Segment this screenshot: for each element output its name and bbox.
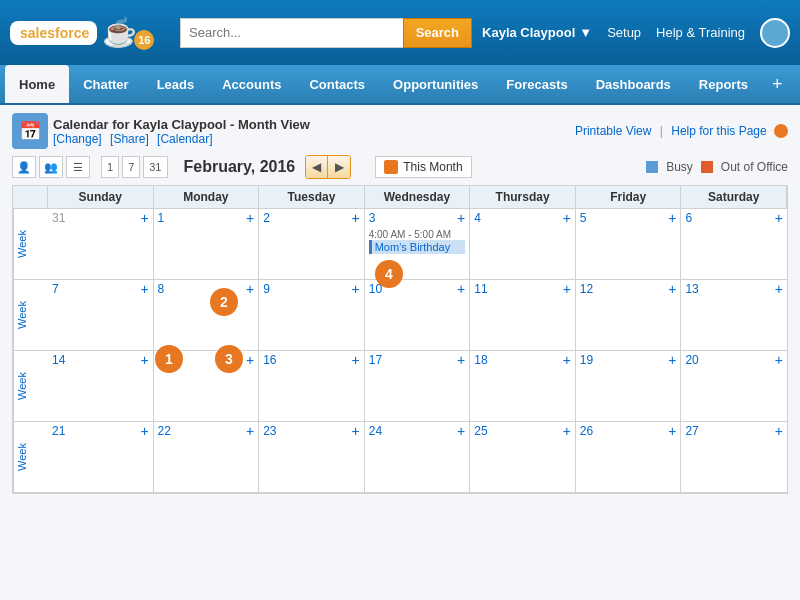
day-23[interactable]: 23 <box>263 424 276 438</box>
day-cell-27: + 27 <box>681 422 787 492</box>
month-view-button[interactable]: 31 <box>143 156 167 178</box>
day-6[interactable]: 6 <box>685 211 692 225</box>
week-label-1[interactable]: Week <box>13 209 48 279</box>
busy-legend-color <box>646 161 658 173</box>
help-page-link[interactable]: Help for this Page <box>671 124 766 138</box>
day-4[interactable]: 4 <box>474 211 481 225</box>
day-11[interactable]: 11 <box>474 282 487 296</box>
search-input[interactable] <box>180 18 403 48</box>
day-18[interactable]: 18 <box>474 353 487 367</box>
view-people-button[interactable]: 👥 <box>39 156 63 178</box>
search-area: Search <box>180 18 472 48</box>
week-label-2[interactable]: Week <box>13 280 48 350</box>
separator: | <box>660 124 663 138</box>
calendar-links: [Change] [Share] [Calendar] <box>53 132 310 146</box>
day-20[interactable]: 20 <box>685 353 698 367</box>
nav-reports[interactable]: Reports <box>685 65 762 103</box>
add-event-9[interactable]: + <box>352 282 360 296</box>
add-event-20[interactable]: + <box>775 353 783 367</box>
nav-dashboards[interactable]: Dashboards <box>582 65 685 103</box>
share-link[interactable]: [Share] <box>110 132 149 146</box>
printable-view-link[interactable]: Printable View <box>575 124 652 138</box>
day-25[interactable]: 25 <box>474 424 487 438</box>
add-event-16[interactable]: + <box>352 353 360 367</box>
day-9[interactable]: 9 <box>263 282 270 296</box>
calendar-link[interactable]: [Calendar] <box>157 132 212 146</box>
add-event-6[interactable]: + <box>775 211 783 225</box>
nav-opportunities[interactable]: Opportunities <box>379 65 492 103</box>
day-17[interactable]: 17 <box>369 353 382 367</box>
add-event-26[interactable]: + <box>668 424 676 438</box>
day-cell-4: + 4 <box>470 209 576 279</box>
add-event-23[interactable]: + <box>352 424 360 438</box>
search-button[interactable]: Search <box>403 18 472 48</box>
nav-contacts[interactable]: Contacts <box>295 65 379 103</box>
day-8[interactable]: 8 <box>158 282 165 296</box>
add-event-22[interactable]: + <box>246 424 254 438</box>
add-nav-button[interactable]: + <box>762 65 793 103</box>
add-event-24[interactable]: + <box>457 424 465 438</box>
setup-link[interactable]: Setup <box>607 25 641 40</box>
nav-chatter[interactable]: Chatter <box>69 65 143 103</box>
calendar-header-right: Printable View | Help for this Page <box>575 124 788 139</box>
day-13[interactable]: 13 <box>685 282 698 296</box>
event-moms-birthday[interactable]: Mom's Birthday <box>369 240 466 254</box>
avatar[interactable] <box>760 18 790 48</box>
day-16[interactable]: 16 <box>263 353 276 367</box>
add-event-15[interactable]: + <box>246 353 254 367</box>
add-event-1[interactable]: + <box>246 211 254 225</box>
next-month-button[interactable]: ▶ <box>328 156 350 178</box>
add-event-27[interactable]: + <box>775 424 783 438</box>
add-event-10[interactable]: + <box>457 282 465 296</box>
add-event-2[interactable]: + <box>352 211 360 225</box>
week-view-button[interactable]: 7 <box>122 156 140 178</box>
prev-month-button[interactable]: ◀ <box>306 156 328 178</box>
add-event-21[interactable]: + <box>140 424 148 438</box>
add-event-5[interactable]: + <box>668 211 676 225</box>
add-event-11[interactable]: + <box>563 282 571 296</box>
view-person-button[interactable]: 👤 <box>12 156 36 178</box>
day-31-jan[interactable]: 31 <box>52 211 65 225</box>
add-event-31jan[interactable]: + <box>140 211 148 225</box>
main-content: 📅 Calendar for Kayla Claypool - Month Vi… <box>0 105 800 600</box>
user-name[interactable]: Kayla Claypool ▼ <box>482 25 592 40</box>
add-event-8[interactable]: + <box>246 282 254 296</box>
day-21[interactable]: 21 <box>52 424 65 438</box>
add-event-4[interactable]: + <box>563 211 571 225</box>
day-26[interactable]: 26 <box>580 424 593 438</box>
day-cell-1: + 1 <box>154 209 260 279</box>
day-view-button[interactable]: 1 <box>101 156 119 178</box>
day-1[interactable]: 1 <box>158 211 165 225</box>
calendar-title-area: 📅 Calendar for Kayla Claypool - Month Vi… <box>12 113 310 149</box>
add-event-14[interactable]: + <box>140 353 148 367</box>
day-24[interactable]: 24 <box>369 424 382 438</box>
add-event-25[interactable]: + <box>563 424 571 438</box>
day-12[interactable]: 12 <box>580 282 593 296</box>
nav-home[interactable]: Home <box>5 65 69 103</box>
day-19[interactable]: 19 <box>580 353 593 367</box>
add-event-18[interactable]: + <box>563 353 571 367</box>
day-3[interactable]: 3 <box>369 211 376 225</box>
add-event-12[interactable]: + <box>668 282 676 296</box>
day-5[interactable]: 5 <box>580 211 587 225</box>
week-label-3[interactable]: Week <box>13 351 48 421</box>
day-27[interactable]: 27 <box>685 424 698 438</box>
add-event-17[interactable]: + <box>457 353 465 367</box>
view-list-button[interactable]: ☰ <box>66 156 90 178</box>
day-14[interactable]: 14 <box>52 353 65 367</box>
this-month-button[interactable]: This Month <box>375 156 471 178</box>
add-event-7[interactable]: + <box>140 282 148 296</box>
add-event-13[interactable]: + <box>775 282 783 296</box>
nav-forecasts[interactable]: Forecasts <box>492 65 581 103</box>
nav-accounts[interactable]: Accounts <box>208 65 295 103</box>
change-link[interactable]: [Change] <box>53 132 102 146</box>
day-2[interactable]: 2 <box>263 211 270 225</box>
help-training-link[interactable]: Help & Training <box>656 25 745 40</box>
add-event-3[interactable]: + <box>457 211 465 225</box>
week-label-4[interactable]: Week <box>13 422 48 492</box>
day-22[interactable]: 22 <box>158 424 171 438</box>
day-7[interactable]: 7 <box>52 282 59 296</box>
nav-leads[interactable]: Leads <box>143 65 209 103</box>
add-event-19[interactable]: + <box>668 353 676 367</box>
annotation-1: 1 <box>155 345 183 373</box>
